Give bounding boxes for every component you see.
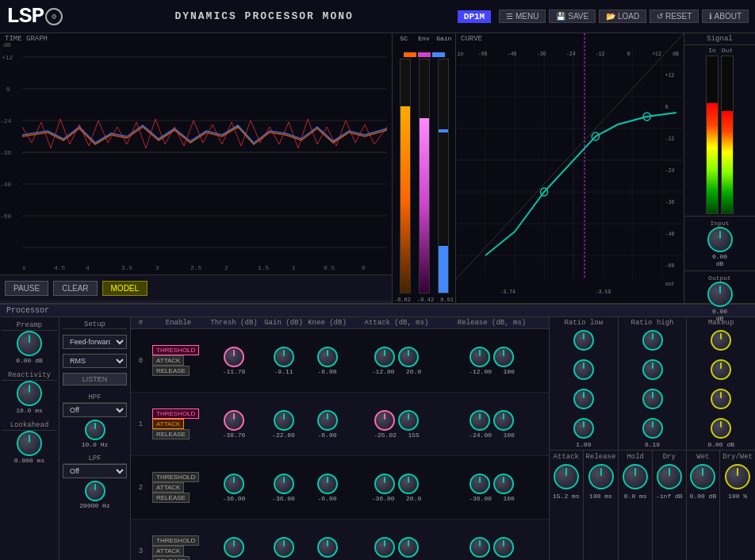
makeup-knob-3[interactable] bbox=[711, 418, 731, 439]
gain-marker bbox=[439, 129, 448, 132]
row-2-thresh-knob[interactable] bbox=[224, 474, 244, 494]
row-3-gain-knob[interactable] bbox=[274, 537, 294, 558]
row-2-release-knob1[interactable] bbox=[469, 474, 490, 494]
row-3-release-knob1[interactable] bbox=[469, 537, 490, 558]
row-2-release-btn[interactable]: RELEASE bbox=[152, 493, 190, 503]
mk-knob-3 bbox=[688, 418, 753, 439]
ratio-high-knob-0[interactable] bbox=[642, 330, 663, 351]
lpf-knob[interactable] bbox=[85, 481, 105, 501]
ratio-low-knob-3[interactable] bbox=[573, 418, 594, 439]
out-vu-strip bbox=[721, 56, 734, 214]
ratio-low-knob-2[interactable] bbox=[573, 389, 594, 409]
row-1-thresh-knob[interactable] bbox=[224, 410, 244, 431]
row-1-release-knobs bbox=[469, 410, 514, 431]
row-3-threshold-btn[interactable]: THRESHOLD bbox=[152, 535, 199, 546]
svg-text:2.5: 2.5 bbox=[190, 264, 202, 271]
row-1-release-knob2[interactable] bbox=[493, 410, 514, 431]
wet-knob[interactable] bbox=[690, 464, 715, 489]
svg-text:-36: -36 bbox=[0, 149, 12, 156]
row-0-gain-knob[interactable] bbox=[274, 347, 294, 367]
ratio-high-knob-1[interactable] bbox=[642, 359, 663, 380]
makeup-val: 0.00 dB bbox=[707, 441, 734, 448]
row-1-threshold-btn[interactable]: THRESHOLD bbox=[152, 408, 199, 419]
row-3-thresh-knob[interactable] bbox=[224, 537, 244, 558]
makeup-knob-2[interactable] bbox=[711, 389, 731, 409]
row-0-threshold-btn[interactable]: THRESHOLD bbox=[152, 345, 199, 355]
row-1-attack-knob2[interactable] bbox=[398, 410, 419, 431]
row-0-attack-btn[interactable]: ATTACK bbox=[152, 355, 184, 366]
row-0-attack-knob2[interactable] bbox=[398, 347, 419, 367]
row-1-attack-btn[interactable]: ATTACK bbox=[152, 419, 184, 429]
drywet-knob[interactable] bbox=[725, 464, 750, 489]
row-2-attack-btn[interactable]: ATTACK bbox=[152, 482, 184, 493]
row-3-attack-btn[interactable]: ATTACK bbox=[152, 546, 184, 556]
svg-text:-36: -36 bbox=[665, 199, 675, 205]
row-3-attack-knob2[interactable] bbox=[398, 537, 419, 558]
save-button[interactable]: 💾 SAVE bbox=[549, 10, 596, 23]
row-0-release-knob1[interactable] bbox=[469, 347, 490, 367]
ratio-high-knob-2[interactable] bbox=[642, 389, 663, 409]
header: LSP ⚙ DYNAMICS PROCESSOR MONO DP1M ☰ MEN… bbox=[0, 0, 755, 33]
table-header: # Enable Thresh (dB) Gain (dB) Knee (dB)… bbox=[131, 317, 549, 329]
lookahead-knob[interactable] bbox=[17, 431, 42, 456]
row-0-thresh-knob[interactable] bbox=[224, 347, 244, 367]
row-1-gain-knob[interactable] bbox=[274, 410, 294, 431]
hpf-select[interactable]: Off bbox=[63, 403, 127, 417]
ratio-low-knob-0[interactable] bbox=[573, 330, 594, 351]
lookahead-value: 0.000 ms bbox=[14, 457, 44, 464]
dry-label: Dry bbox=[663, 453, 676, 461]
hpf-knob[interactable] bbox=[85, 420, 105, 440]
row-2-knee-knob[interactable] bbox=[317, 474, 338, 494]
reactivity-knob[interactable] bbox=[17, 381, 42, 406]
reset-button[interactable]: ↺ RESET bbox=[650, 10, 699, 23]
row-0-release-knob2[interactable] bbox=[493, 347, 514, 367]
lpf-select[interactable]: Off bbox=[63, 464, 127, 478]
row-2-threshold-btn[interactable]: THRESHOLD bbox=[152, 472, 199, 482]
signal-label: Signal bbox=[684, 33, 755, 45]
row-3-release-knob2[interactable] bbox=[493, 537, 514, 558]
row-0-knee-knob[interactable] bbox=[317, 347, 338, 367]
detection-select[interactable]: RMS bbox=[63, 354, 127, 368]
row-2-gain-knob[interactable] bbox=[274, 474, 294, 494]
processor-body: Preamp 0.00 dB Reactivity 10.0 ms Lookah… bbox=[0, 317, 755, 560]
clear-button[interactable]: CLEAR bbox=[53, 281, 97, 296]
row-1-release-knob1[interactable] bbox=[469, 410, 490, 431]
row-0-attack-knob1[interactable] bbox=[374, 347, 395, 367]
ratio-high-label: Ratio high bbox=[631, 319, 674, 327]
row-3-release-btn[interactable]: RELEASE bbox=[152, 556, 190, 560]
seg-header: SC Env Gain bbox=[393, 33, 455, 52]
dry-knob[interactable] bbox=[657, 464, 682, 489]
row-1-knee-knob[interactable] bbox=[317, 410, 338, 431]
ratio-low-knob-1[interactable] bbox=[573, 359, 594, 380]
output-knob[interactable] bbox=[707, 282, 733, 307]
ratio-high-knob-3[interactable] bbox=[642, 418, 663, 439]
row-2-attack-knob1[interactable] bbox=[374, 474, 395, 494]
row-1-release-btn[interactable]: RELEASE bbox=[152, 429, 190, 439]
model-button[interactable]: MODEL bbox=[102, 281, 148, 296]
mode-select[interactable]: Feed-forward bbox=[63, 335, 127, 349]
sc-env-gain-section: SC Env Gain bbox=[393, 33, 456, 303]
signal-panel: Signal In Out Input 0.00 bbox=[684, 33, 755, 303]
makeup-knob-1[interactable] bbox=[711, 359, 731, 380]
listen-button[interactable]: LISTEN bbox=[63, 373, 127, 385]
row-2-release-knob2[interactable] bbox=[493, 474, 514, 494]
row-1-knee: -6.00 bbox=[305, 393, 349, 455]
row-0-release-btn[interactable]: RELEASE bbox=[152, 366, 190, 376]
about-button[interactable]: ℹ ABOUT bbox=[702, 10, 749, 23]
input-knob[interactable] bbox=[707, 227, 733, 252]
hold-knob[interactable] bbox=[623, 464, 648, 489]
load-button[interactable]: 📂 LOAD bbox=[599, 10, 646, 23]
row-3-knee-knob[interactable] bbox=[317, 537, 338, 558]
menu-button[interactable]: ☰ MENU bbox=[499, 10, 546, 23]
gain-bottom-val: 0.91 bbox=[440, 297, 454, 303]
attack-side-knob[interactable] bbox=[554, 464, 579, 489]
preamp-knob[interactable] bbox=[17, 331, 42, 356]
row-1-attack-knob1[interactable] bbox=[374, 410, 395, 431]
release-side-knob[interactable] bbox=[588, 464, 614, 489]
row-3-attack-knob1[interactable] bbox=[374, 537, 395, 558]
header-menu: ☰ MENU 💾 SAVE 📂 LOAD ↺ RESET ℹ ABOUT bbox=[499, 10, 749, 23]
makeup-knob-0[interactable] bbox=[711, 330, 731, 351]
row-2-attack-knob2[interactable] bbox=[398, 474, 419, 494]
svg-text:1.5: 1.5 bbox=[258, 264, 270, 271]
pause-button[interactable]: PAUSE bbox=[5, 281, 48, 296]
